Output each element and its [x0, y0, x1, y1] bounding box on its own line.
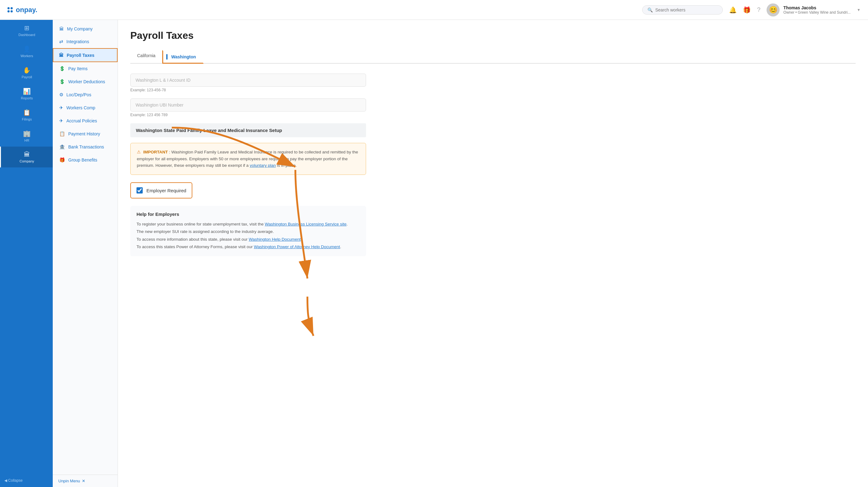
submenu-item-accrual-policies[interactable]: ✈ Accrual Policies — [53, 114, 118, 127]
submenu-item-payroll-taxes[interactable]: 🏛 Payroll Taxes — [53, 48, 118, 62]
main-content: Payroll Taxes California Washington Exam… — [118, 20, 868, 487]
sidebar-item-dashboard[interactable]: ⊞ Dashboard — [0, 20, 53, 41]
submenu-item-label: My Company — [67, 26, 92, 31]
sidebar-item-label: Filings — [22, 117, 32, 121]
sidebar-item-label: Workers — [21, 54, 33, 58]
payment-history-icon: 📋 — [59, 131, 65, 137]
help-line3: To access more information about this st… — [136, 237, 249, 241]
warning-text2: is in place. — [277, 163, 297, 168]
sidebar-item-label: Reports — [21, 96, 33, 100]
integrations-icon: ⇄ — [59, 39, 63, 45]
bank-transactions-icon: 🏦 — [59, 144, 65, 150]
submenu-item-label: Accrual Policies — [66, 118, 97, 123]
workers-comp-icon: ✈ — [59, 105, 63, 111]
gift-icon[interactable]: 🎁 — [743, 6, 751, 14]
logo: onpay. — [7, 6, 37, 14]
help-icon[interactable]: ? — [757, 6, 761, 13]
warning-label: IMPORTANT — [143, 150, 168, 154]
avatar: 😊 — [767, 3, 780, 17]
logo-icon — [7, 7, 13, 12]
help-line4: To access this states Power of Attorney … — [136, 245, 254, 249]
submenu-item-label: Loc/Dep/Pos — [66, 92, 91, 97]
help-section: Help for Employers To register your busi… — [130, 206, 366, 256]
checkbox-label: Employer Required — [147, 188, 186, 193]
sidebar-item-payroll[interactable]: ✋ Payroll — [0, 62, 53, 83]
sidebar-item-company[interactable]: 🏛 Company — [0, 147, 53, 167]
sidebar-item-label: Payroll — [22, 75, 32, 79]
submenu-item-my-company[interactable]: 🏛 My Company — [53, 22, 118, 35]
sidebar-item-filings[interactable]: 📋 Filings — [0, 104, 53, 125]
unpin-icon: ✕ — [82, 479, 85, 483]
submenu-item-payment-history[interactable]: 📋 Payment History — [53, 127, 118, 140]
worker-deductions-icon: 💲 — [59, 79, 65, 84]
pay-items-icon: 💲 — [59, 66, 65, 71]
user-area[interactable]: 😊 Thomas Jacobs Owner • Green Valley Win… — [767, 3, 861, 17]
company-icon: 🏛 — [24, 151, 30, 158]
washington-poa-link[interactable]: Washington Power of Attorney Help Docume… — [254, 245, 340, 249]
submenu-item-integrations[interactable]: ⇄ Integrations — [53, 35, 118, 48]
topnav-icon-group: 🔔 🎁 ? — [729, 6, 761, 14]
sidebar-item-reports[interactable]: 📊 Reports — [0, 83, 53, 104]
hr-icon: 🏢 — [23, 130, 31, 137]
employer-required-checkbox[interactable] — [136, 187, 143, 194]
help-title: Help for Employers — [136, 211, 360, 217]
logo-text: onpay. — [16, 6, 37, 14]
field2-group: Example: 123 456 789 — [130, 98, 366, 117]
washington-licensing-link[interactable]: Washington Business Licensing Service si… — [265, 222, 346, 226]
notification-icon[interactable]: 🔔 — [729, 6, 737, 14]
washington-help-doc-link[interactable]: Washington Help Document — [249, 237, 301, 241]
field1-hint: Example: 123-456-78 — [130, 88, 366, 92]
dashboard-icon: ⊞ — [24, 24, 29, 32]
user-name: Thomas Jacobs — [783, 5, 850, 10]
filings-icon: 📋 — [23, 109, 31, 116]
state-tabs: California Washington — [130, 50, 856, 64]
reports-icon: 📊 — [23, 88, 31, 95]
payroll-icon: ✋ — [23, 66, 31, 74]
washington-li-account-id-input[interactable] — [130, 74, 366, 87]
submenu-item-worker-deductions[interactable]: 💲 Worker Deductions — [53, 75, 118, 88]
accrual-policies-icon: ✈ — [59, 118, 63, 124]
sidebar-item-label: Dashboard — [19, 33, 35, 37]
group-benefits-icon: 🎁 — [59, 157, 65, 163]
tab-washington[interactable]: Washington — [162, 50, 204, 64]
workers-icon: 👤 — [23, 45, 31, 53]
app-body: ⊞ Dashboard 👤 Workers ✋ Payroll 📊 Report… — [0, 20, 868, 487]
submenu-item-bank-transactions[interactable]: 🏦 Bank Transactions — [53, 140, 118, 153]
page-title: Payroll Taxes — [130, 30, 856, 41]
sidebar-collapse-button[interactable]: ◀ Collapse — [0, 474, 53, 487]
tab-california[interactable]: California — [130, 50, 162, 64]
submenu-item-label: Payment History — [68, 132, 100, 136]
sidebar-item-label: Company — [20, 159, 34, 163]
sidebar-item-hr[interactable]: 🏢 HR — [0, 125, 53, 147]
sidebar: ⊞ Dashboard 👤 Workers ✋ Payroll 📊 Report… — [0, 20, 53, 487]
submenu-item-label: Integrations — [66, 39, 89, 44]
help-line1: To register your business online for sta… — [136, 222, 265, 226]
submenu-item-pay-items[interactable]: 💲 Pay Items — [53, 62, 118, 75]
submenu-item-label: Payroll Taxes — [67, 53, 94, 58]
warning-text: : Washington Paid Family Leave and Medic… — [137, 150, 358, 168]
sidebar-item-workers[interactable]: 👤 Workers — [0, 41, 53, 62]
unpin-label: Unpin Menu — [58, 479, 80, 483]
submenu-item-group-benefits[interactable]: 🎁 Group Benefits — [53, 153, 118, 167]
search-bar[interactable]: 🔍 — [642, 5, 723, 15]
submenu: 🏛 My Company ⇄ Integrations 🏛 Payroll Ta… — [53, 20, 118, 487]
help-line2: The new employer SUI rate is assigned ac… — [136, 229, 274, 234]
collapse-label: ◀ Collapse — [4, 478, 23, 483]
payroll-taxes-icon: 🏛 — [59, 53, 64, 58]
field2-hint: Example: 123 456 789 — [130, 113, 366, 117]
submenu-unpin-button[interactable]: Unpin Menu ✕ — [53, 475, 118, 487]
form-section: Example: 123-456-78 Example: 123 456 789… — [130, 74, 366, 256]
search-input[interactable] — [655, 7, 717, 12]
help-text: To register your business online for sta… — [136, 221, 360, 251]
voluntary-plan-link[interactable]: voluntary plan — [250, 163, 276, 168]
employer-required-checkbox-row[interactable]: Employer Required — [130, 182, 192, 198]
washington-ubi-number-input[interactable] — [130, 98, 366, 112]
submenu-item-workers-comp[interactable]: ✈ Workers Comp — [53, 101, 118, 114]
user-role: Owner • Green Valley Wine and Sundri... — [783, 10, 850, 15]
submenu-item-label: Worker Deductions — [68, 79, 105, 84]
warning-icon: ⚠ — [137, 150, 141, 154]
submenu-item-loc-dep-pos[interactable]: ⚙ Loc/Dep/Pos — [53, 88, 118, 101]
submenu-item-label: Group Benefits — [68, 157, 97, 163]
my-company-icon: 🏛 — [59, 26, 64, 31]
warning-box: ⚠ IMPORTANT : Washington Paid Family Lea… — [130, 143, 366, 175]
